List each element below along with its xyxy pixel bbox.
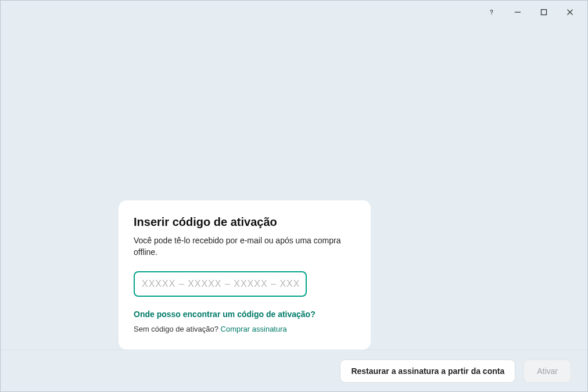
activate-button[interactable]: Ativar — [524, 359, 571, 383]
minimize-icon — [514, 9, 521, 16]
find-code-link[interactable]: Onde posso encontrar um código de ativaç… — [134, 310, 356, 319]
card-title: Inserir código de ativação — [134, 215, 356, 229]
activation-code-input[interactable] — [134, 271, 307, 297]
svg-rect-2 — [541, 10, 546, 15]
svg-point-0 — [491, 14, 492, 15]
footer: Restaurar a assinatura a partir da conta… — [1, 350, 587, 391]
activation-card: Inserir código de ativação Você pode tê-… — [119, 200, 371, 350]
maximize-icon — [540, 9, 547, 16]
buy-subscription-link[interactable]: Comprar assinatura — [221, 325, 287, 333]
maximize-button[interactable] — [530, 3, 557, 21]
card-subtitle: Você pode tê-lo recebido por e-mail ou a… — [134, 235, 356, 258]
titlebar — [1, 1, 587, 24]
no-code-text: Sem código de ativação? — [134, 325, 221, 333]
no-code-line: Sem código de ativação? Comprar assinatu… — [134, 325, 356, 333]
app-window: Inserir código de ativação Você pode tê-… — [0, 0, 588, 392]
restore-subscription-button[interactable]: Restaurar a assinatura a partir da conta — [340, 359, 515, 383]
content-area: Inserir código de ativação Você pode tê-… — [1, 24, 587, 350]
close-button[interactable] — [557, 3, 583, 21]
help-button[interactable] — [478, 3, 504, 21]
minimize-button[interactable] — [504, 3, 530, 21]
help-icon — [488, 9, 495, 16]
close-icon — [567, 9, 573, 16]
